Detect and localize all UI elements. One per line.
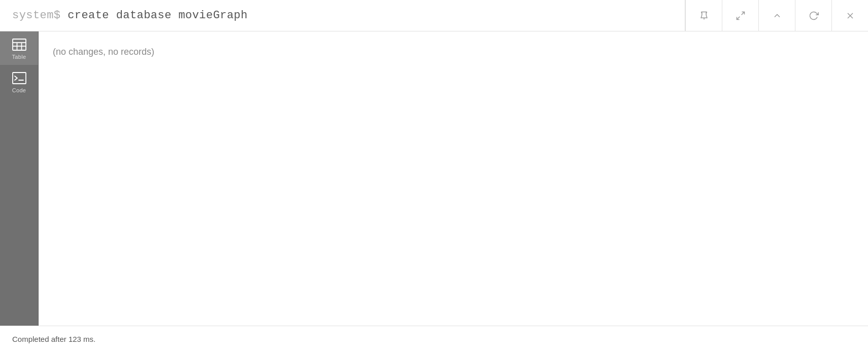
svg-line-2 [737,16,740,19]
svg-rect-5 [13,39,26,50]
pin-icon [699,11,709,21]
svg-line-1 [741,12,744,15]
refresh-button[interactable] [795,0,831,31]
svg-rect-10 [13,73,26,84]
prompt-text: system$ [12,9,61,22]
close-icon [845,11,855,21]
sidebar-item-code[interactable]: Code [0,65,38,98]
refresh-icon [809,11,819,21]
sidebar-item-table[interactable]: Table [0,31,38,65]
code-icon [12,72,26,84]
command-text-content: create database movieGraph [61,9,248,22]
table-label: Table [12,54,26,60]
code-icon-wrapper [12,72,26,84]
sidebar: Table Code [0,31,39,326]
close-button[interactable] [831,0,868,31]
content-area: (no changes, no records) [39,31,868,326]
table-icon-wrapper [12,39,26,51]
expand-icon [736,11,746,21]
table-icon [12,39,26,51]
pin-button[interactable] [685,0,722,31]
empty-message: (no changes, no records) [53,47,154,57]
command-display: system$ create database movieGraph [0,9,685,22]
top-bar: system$ create database movieGraph [0,0,868,31]
status-bar: Completed after 123 ms. [0,326,868,352]
status-message: Completed after 123 ms. [12,335,95,343]
chevron-up-icon [772,11,782,21]
expand-button[interactable] [722,0,758,31]
code-label: Code [12,87,26,93]
top-bar-actions [685,0,868,31]
main-layout: Table Code (no changes, no records) [0,31,868,326]
collapse-button[interactable] [758,0,795,31]
